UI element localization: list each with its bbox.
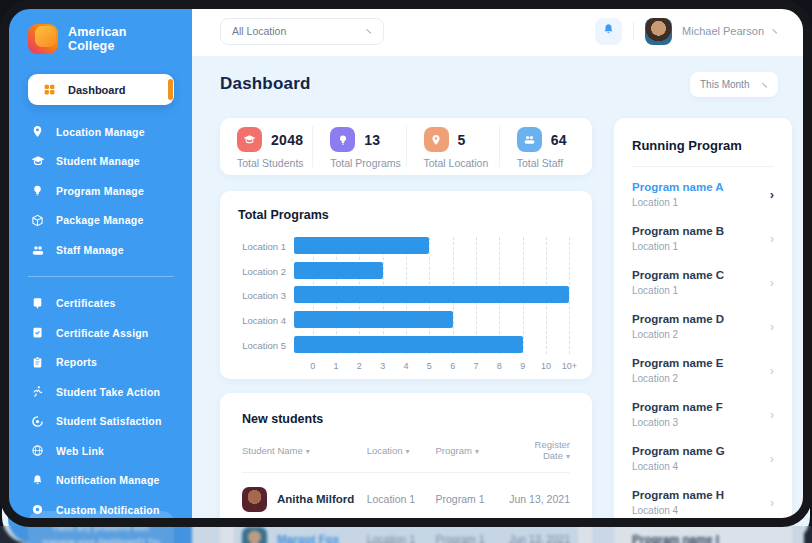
avatar <box>242 487 267 512</box>
location-pin-icon <box>30 124 45 139</box>
brand: American College <box>28 20 174 58</box>
program-list-item[interactable]: Program name G Location 4 › <box>632 445 774 476</box>
sidebar-item-notification-manage[interactable]: Notification Manage <box>28 466 174 496</box>
program-list-item[interactable]: Program name H Location 4 › <box>632 489 774 520</box>
sort-arrow-icon: ▾ <box>566 452 570 461</box>
program-list-item[interactable]: Program name I Location 5 › <box>632 533 774 543</box>
column-student-name[interactable]: Student Name▾ <box>242 445 367 456</box>
x-tick: 3 <box>380 361 385 371</box>
category-label: Location 2 <box>238 266 286 277</box>
program-name: Program name B <box>632 225 758 237</box>
chevron-down-icon[interactable] <box>772 25 780 33</box>
program-location: Location 2 <box>632 329 758 340</box>
sort-arrow-icon: ▾ <box>475 447 479 456</box>
sidebar-item-label: Reports <box>56 356 97 368</box>
column-register-date[interactable]: Register Date▾ <box>508 439 570 461</box>
program-location: Location 1 <box>632 285 758 296</box>
x-tick: 4 <box>403 361 408 371</box>
column-program[interactable]: Program▾ <box>436 445 508 456</box>
sidebar-item-label: Web Link <box>56 445 104 457</box>
period-filter-value: This Month <box>700 79 749 90</box>
graduation-cap-icon <box>30 154 45 169</box>
program-name: Program name E <box>632 357 758 369</box>
x-axis: 0 1 2 3 4 5 6 7 8 9 10 10+ <box>294 361 574 374</box>
user-name[interactable]: Michael Pearson <box>682 25 764 37</box>
student-register-date: Jun 13, 2021 <box>508 533 570 543</box>
location-filter-select[interactable]: All Location <box>220 18 384 45</box>
notifications-button[interactable] <box>595 18 622 45</box>
sidebar-menu-primary: Location Manage Student Manage Program M… <box>28 117 174 265</box>
x-tick: 9 <box>520 361 525 371</box>
sidebar-item-certificate-assign[interactable]: Certificate Assign <box>28 318 174 348</box>
sidebar-item-program-manage[interactable]: Program Manage <box>28 176 174 206</box>
student-program: Program 1 <box>436 533 508 543</box>
sidebar-item-label: Certificate Assign <box>56 327 149 339</box>
report-clipboard-icon <box>30 355 45 370</box>
topbar: All Location Michael Pearson <box>192 6 804 57</box>
sort-arrow-icon: ▾ <box>406 447 410 456</box>
sidebar-item-label: Notification Manage <box>56 474 160 486</box>
table-row[interactable]: Margot Fox Location 1 Program 1 Jun 13, … <box>234 521 578 543</box>
active-indicator <box>168 79 173 100</box>
chevron-right-icon: › <box>770 364 774 377</box>
sidebar-divider <box>28 276 174 277</box>
x-tick: 2 <box>357 361 362 371</box>
avatar <box>242 527 267 543</box>
sidebar-item-certificates[interactable]: Certificates <box>28 289 174 319</box>
sidebar-item-package-manage[interactable]: Package Manage <box>28 206 174 236</box>
panel-title: Running Program <box>632 138 774 153</box>
stat-value: 13 <box>364 132 380 148</box>
program-name: Program name C <box>632 269 758 281</box>
sidebar-item-label: Dashboard <box>68 84 125 96</box>
chevron-down-icon <box>762 79 770 87</box>
program-list-item[interactable]: Program name F Location 3 › <box>632 401 774 432</box>
new-students-card: New students Student Name▾ Location▾ Pro… <box>220 393 592 543</box>
program-list-item[interactable]: Program name B Location 1 › <box>632 225 774 256</box>
lightbulb-icon <box>330 127 355 152</box>
column-location[interactable]: Location▾ <box>367 445 436 456</box>
package-icon <box>30 213 45 228</box>
college-logo-icon <box>28 24 58 54</box>
sidebar-item-student-manage[interactable]: Student Manage <box>28 147 174 177</box>
bar-location-5 <box>294 336 523 353</box>
sidebar-item-label: Package Manage <box>56 214 143 226</box>
certificate-icon <box>30 296 45 311</box>
stat-total-programs: 13 Total Programs <box>312 126 405 167</box>
sidebar-item-staff-manage[interactable]: Staff Manage <box>28 235 174 265</box>
x-tick: 7 <box>473 361 478 371</box>
chevron-right-icon: › <box>770 276 774 289</box>
sidebar-item-reports[interactable]: Reports <box>28 348 174 378</box>
period-filter-select[interactable]: This Month <box>690 72 778 97</box>
sidebar-item-student-take-action[interactable]: Student Take Action <box>28 377 174 407</box>
program-list-item[interactable]: Program name C Location 1 › <box>632 269 774 300</box>
bar-location-1 <box>294 237 429 254</box>
x-tick: 10 <box>541 361 551 371</box>
student-register-date: Jun 13, 2021 <box>508 493 570 505</box>
dashboard-grid-icon <box>42 82 57 97</box>
program-name: Program name A <box>632 181 758 193</box>
sidebar-item-student-satisfaction[interactable]: Student Satisfaction <box>28 407 174 437</box>
app-window: American College Dashboard Location Mana… <box>2 2 810 543</box>
category-label: Location 5 <box>238 340 286 351</box>
user-avatar[interactable] <box>645 18 672 45</box>
total-programs-chart-card: Total Programs Location 1 Location 2 Loc… <box>220 191 592 379</box>
sidebar-help-text: Have any problems with manage your dashb… <box>42 523 160 543</box>
sidebar: American College Dashboard Location Mana… <box>8 6 192 543</box>
sidebar-item-location-manage[interactable]: Location Manage <box>28 117 174 147</box>
program-list-item[interactable]: Program name E Location 2 › <box>632 357 774 388</box>
sidebar-item-web-link[interactable]: Web Link <box>28 436 174 466</box>
program-list-item[interactable]: Program name D Location 2 › <box>632 313 774 344</box>
stats-card: 2048 Total Students 13 Total Programs <box>220 118 592 175</box>
x-tick: 6 <box>450 361 455 371</box>
table-row[interactable]: Anitha Milford Location 1 Program 1 Jun … <box>242 481 570 517</box>
student-name: Anitha Milford <box>277 493 354 505</box>
x-tick: 10+ <box>562 361 577 371</box>
sidebar-item-dashboard[interactable]: Dashboard <box>28 74 174 105</box>
location-filter-value: All Location <box>232 25 286 37</box>
stat-total-location: 5 Total Location <box>406 126 499 167</box>
stat-label: Total Location <box>424 157 499 169</box>
program-location: Location 3 <box>632 417 758 428</box>
bell-icon <box>30 473 45 488</box>
program-list-item[interactable]: Program name A Location 1 › <box>632 181 774 212</box>
program-name: Program name H <box>632 489 758 501</box>
